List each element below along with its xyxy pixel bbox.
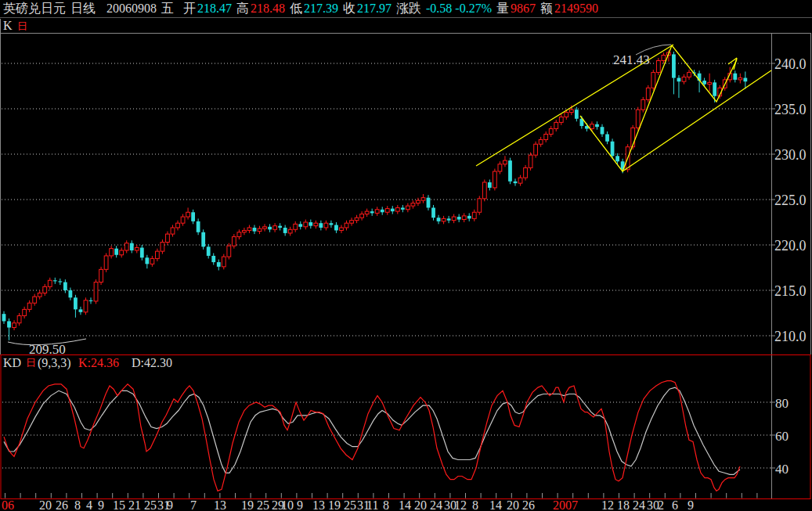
date-axis: 0620268491521253197131925291091319253111… [2, 493, 757, 511]
price-axis-label: 230.0 [774, 147, 807, 163]
date-label[interactable]: 8 [383, 498, 389, 511]
low-annotation: 209.50 [29, 342, 66, 357]
date-label[interactable]: 14 [399, 498, 411, 511]
date-label[interactable]: 24 [633, 498, 645, 511]
date-label[interactable]: 20 [414, 498, 427, 511]
price-axis-label: 235.0 [774, 102, 807, 117]
date-label[interactable]: 9 [687, 498, 694, 511]
price-axis-label: 220.0 [774, 238, 807, 254]
price-axis-label: 210.0 [774, 329, 807, 344]
chart-canvas[interactable]: 240.0235.0230.0225.0220.0215.0210.0K日KD日… [0, 0, 812, 511]
date-label[interactable]: 19 [241, 498, 254, 511]
kd-k-value: K:24.36 [78, 356, 119, 369]
kd-axis-label: 40 [775, 462, 789, 477]
main-pane-indicator-label[interactable]: K [3, 19, 13, 32]
date-label[interactable]: 19 [328, 498, 341, 511]
date-label[interactable]: 12 [454, 498, 467, 511]
chart-application-window: 英磅兑日元 日线 20060908 五 开218.47 高218.48 低217… [0, 0, 812, 511]
date-label[interactable]: 21 [128, 498, 141, 511]
date-label[interactable]: 14 [489, 498, 502, 511]
price-axis-label: 240.0 [774, 56, 807, 72]
kd-axis-label: 60 [775, 429, 789, 444]
date-label[interactable]: 4 [86, 498, 92, 511]
date-label[interactable]: 8 [74, 498, 81, 511]
date-label[interactable]: 24 [430, 498, 442, 511]
date-label[interactable]: 7 [190, 498, 197, 511]
kd-indicator-label[interactable]: KD [3, 356, 21, 369]
date-label[interactable]: 25 [257, 498, 269, 511]
date-label[interactable]: 8 [472, 498, 478, 511]
date-label[interactable]: 20 [39, 498, 52, 511]
date-label[interactable]: 26 [522, 498, 535, 511]
date-label[interactable]: 2 [658, 498, 664, 511]
date-label[interactable]: 06 [2, 498, 14, 511]
date-label[interactable]: 10 [281, 498, 294, 511]
date-label[interactable]: 9 [167, 498, 173, 511]
date-label[interactable]: 11 [366, 498, 378, 511]
kd-plot[interactable] [2, 369, 771, 495]
price-axis-label: 215.0 [774, 283, 807, 299]
kd-params-label: (9,3,3) [38, 356, 71, 370]
date-label[interactable]: 25 [344, 498, 356, 511]
main-pane-period-badge[interactable]: 日 [17, 20, 27, 32]
date-label[interactable]: 20 [507, 498, 519, 511]
kd-period-badge[interactable]: 日 [26, 357, 36, 369]
date-label[interactable]: 13 [214, 498, 226, 511]
date-label[interactable]: 6 [672, 498, 678, 511]
kd-axis-label: 80 [775, 396, 789, 411]
date-label[interactable]: 18 [617, 498, 630, 511]
date-label[interactable]: 26 [56, 498, 68, 511]
price-axis-label: 225.0 [774, 193, 807, 208]
date-label[interactable]: 9 [297, 498, 303, 511]
date-label[interactable]: 25 [144, 498, 157, 511]
date-label[interactable]: 13 [312, 498, 325, 511]
date-label[interactable]: 9 [98, 498, 104, 511]
date-label[interactable]: 15 [113, 498, 125, 511]
kd-d-value: D:42.30 [132, 356, 172, 369]
main-chart-plot[interactable] [1, 34, 771, 354]
high-annotation: 241.43 [613, 52, 650, 67]
date-label[interactable]: 2007 [553, 498, 578, 511]
date-label[interactable]: 12 [601, 498, 614, 511]
